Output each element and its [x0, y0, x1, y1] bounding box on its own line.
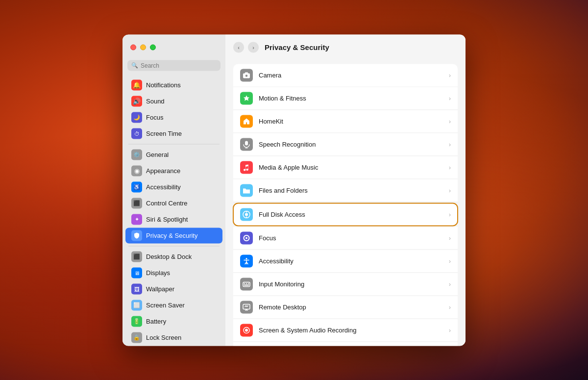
svg-point-11 [246, 258, 247, 259]
remote-desktop-chevron: › [449, 304, 451, 310]
sidebar-list: 🔔 Notifications 🔊 Sound 🌙 Focus ⏱ Screen… [122, 75, 225, 346]
sidebar-item-screen-time-label: Screen Time [146, 130, 182, 137]
sidebar-item-siri-spotlight-label: Siri & Spotlight [146, 216, 188, 223]
content-list: Camera › Motion & Fitness › [225, 60, 466, 346]
privacy-security-icon [131, 230, 142, 241]
sidebar-item-battery[interactable]: 🔋 Battery [125, 313, 222, 329]
speech-recognition-icon [240, 138, 253, 151]
sidebar-item-appearance-label: Appearance [146, 167, 180, 175]
sidebar-item-sound[interactable]: 🔊 Sound [125, 93, 222, 109]
remote-desktop-label: Remote Desktop [259, 304, 449, 311]
sidebar-titlebar [122, 34, 225, 60]
sidebar-item-wallpaper[interactable]: 🖼 Wallpaper [125, 281, 222, 297]
minimize-button[interactable] [140, 44, 146, 50]
svg-point-21 [245, 329, 248, 331]
wallpaper-icon: 🖼 [131, 283, 142, 294]
focus-content-icon [240, 231, 253, 244]
screen-time-icon: ⏱ [131, 128, 142, 139]
sidebar-item-desktop-dock-label: Desktop & Dock [146, 253, 192, 260]
sidebar-item-general-label: General [146, 151, 169, 158]
speech-recognition-chevron: › [449, 141, 451, 148]
sidebar-item-control-centre-label: Control Centre [146, 200, 188, 207]
back-button[interactable]: ‹ [233, 42, 244, 52]
forward-button[interactable]: › [248, 42, 259, 52]
content-item-full-disk-access[interactable]: Full Disk Access › [233, 203, 458, 226]
sidebar-item-notifications-label: Notifications [146, 81, 181, 89]
svg-rect-3 [245, 141, 248, 145]
main-titlebar: ‹ › Privacy & Security [225, 34, 466, 60]
sidebar-item-privacy-security-label: Privacy & Security [146, 232, 197, 239]
sidebar-item-appearance[interactable]: ◉ Appearance [125, 163, 222, 178]
accessibility-icon: ♿ [131, 181, 142, 192]
lock-screen-icon: 🔒 [131, 332, 142, 343]
media-apple-music-label: Media & Apple Music [259, 164, 449, 171]
camera-chevron: › [449, 72, 451, 78]
files-folders-icon [240, 184, 253, 197]
camera-icon [240, 69, 253, 81]
screen-audio-icon [240, 324, 253, 336]
displays-icon: 🖥 [131, 267, 142, 278]
sidebar-item-screen-saver[interactable]: ⬜ Screen Saver [125, 297, 222, 313]
screen-saver-icon: ⬜ [131, 300, 142, 310]
search-icon: 🔍 [131, 62, 138, 69]
focus-chevron: › [449, 234, 451, 241]
sidebar-item-general[interactable]: ⚙️ General [125, 147, 222, 162]
full-disk-access-icon [240, 208, 253, 221]
files-folders-label: Files and Folders [259, 187, 449, 194]
svg-point-1 [245, 74, 248, 77]
maximize-button[interactable] [150, 44, 156, 50]
svg-rect-14 [246, 283, 247, 284]
sidebar-item-desktop-dock[interactable]: ⬛ Desktop & Dock [125, 249, 222, 264]
input-monitoring-label: Input Monitoring [259, 280, 449, 288]
svg-rect-2 [245, 72, 248, 74]
sidebar-item-screen-time[interactable]: ⏱ Screen Time [125, 126, 222, 141]
control-centre-icon: ⬛ [131, 198, 142, 208]
homekit-icon [240, 115, 253, 127]
svg-rect-13 [244, 283, 245, 284]
search-box[interactable]: 🔍 [127, 60, 220, 71]
full-disk-access-label: Full Disk Access [259, 211, 449, 218]
sidebar-item-siri-spotlight[interactable]: ✦ Siri & Spotlight [125, 211, 222, 227]
sidebar: 🔍 🔔 Notifications 🔊 Sound 🌙 Focus ⏱ Scre… [122, 34, 225, 346]
svg-rect-12 [243, 282, 250, 286]
content-item-screen-audio[interactable]: Screen & System Audio Recording › [233, 319, 458, 342]
content-item-remote-desktop[interactable]: Remote Desktop › [233, 296, 458, 319]
motion-fitness-chevron: › [449, 95, 451, 101]
sidebar-item-focus-label: Focus [146, 114, 163, 121]
general-icon: ⚙️ [131, 149, 142, 160]
content-item-motion-fitness[interactable]: Motion & Fitness › [233, 87, 458, 110]
content-item-passkeys[interactable]: Passkeys Access for Web Browsers › [233, 342, 458, 346]
media-apple-music-icon [240, 161, 253, 174]
input-monitoring-icon [240, 278, 253, 290]
sidebar-item-displays-label: Displays [146, 269, 170, 277]
content-item-speech-recognition[interactable]: Speech Recognition › [233, 133, 458, 156]
svg-rect-16 [244, 284, 249, 285]
content-item-accessibility[interactable]: Accessibility › [233, 250, 458, 273]
sidebar-item-displays[interactable]: 🖥 Displays [125, 265, 222, 280]
content-item-homekit[interactable]: HomeKit › [233, 110, 458, 133]
sidebar-item-focus[interactable]: 🌙 Focus [125, 109, 222, 125]
sidebar-item-notifications[interactable]: 🔔 Notifications [125, 77, 222, 93]
sidebar-item-lock-screen[interactable]: 🔒 Lock Screen [125, 329, 222, 345]
siri-spotlight-icon: ✦ [131, 214, 142, 225]
svg-point-10 [245, 237, 247, 239]
content-item-media-apple-music[interactable]: Media & Apple Music › [233, 156, 458, 179]
content-item-focus[interactable]: Focus › [233, 227, 458, 250]
sidebar-item-screen-saver-label: Screen Saver [146, 302, 185, 309]
search-input[interactable] [141, 62, 217, 69]
content-item-camera[interactable]: Camera › [233, 64, 458, 87]
accessibility-chevron: › [449, 257, 451, 264]
motion-fitness-label: Motion & Fitness [259, 95, 449, 102]
sidebar-item-control-centre[interactable]: ⬛ Control Centre [125, 195, 222, 211]
screen-audio-chevron: › [449, 327, 451, 333]
content-item-input-monitoring[interactable]: Input Monitoring › [233, 273, 458, 296]
desktop-dock-icon: ⬛ [131, 251, 142, 262]
sidebar-item-accessibility[interactable]: ♿ Accessibility [125, 179, 222, 195]
remote-desktop-icon [240, 301, 253, 313]
camera-label: Camera [259, 72, 449, 79]
content-item-files-folders[interactable]: Files and Folders › [233, 179, 458, 202]
sidebar-item-privacy-security[interactable]: Privacy & Security [125, 228, 222, 243]
close-button[interactable] [130, 44, 136, 50]
speech-recognition-label: Speech Recognition [259, 141, 449, 148]
appearance-icon: ◉ [131, 165, 142, 176]
